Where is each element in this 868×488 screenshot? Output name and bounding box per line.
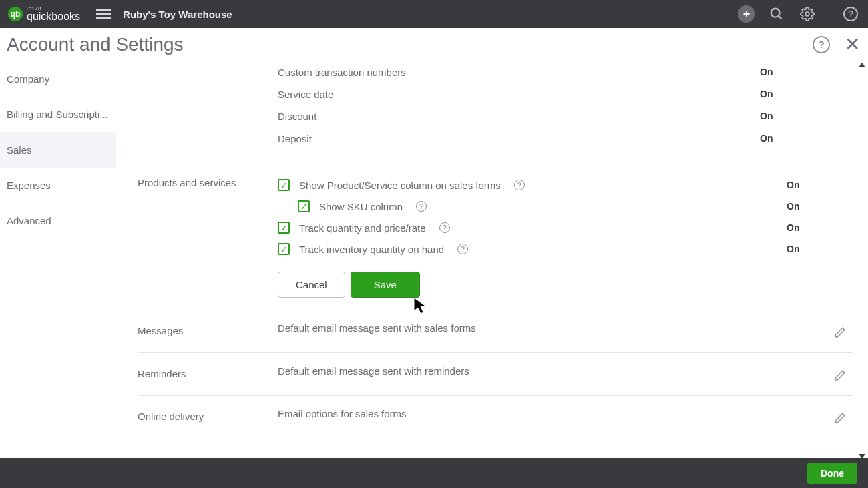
section-summary: Email options for sales forms xyxy=(278,408,827,419)
setting-value: On xyxy=(760,89,773,99)
svg-point-0 xyxy=(771,9,780,17)
setting-label: Custom transaction numbers xyxy=(278,67,406,78)
setting-row: DiscountOn xyxy=(138,105,853,128)
scroll-up-icon[interactable] xyxy=(859,63,865,67)
checkbox-row: ✓Show SKU column?On xyxy=(278,196,853,217)
section-summary: Default email message sent with sales fo… xyxy=(278,322,827,334)
checkbox-row: ✓Show Product/Service column on sales fo… xyxy=(278,174,853,196)
setting-label: Discount xyxy=(278,111,316,122)
setting-value: On xyxy=(787,180,853,190)
setting-value: On xyxy=(760,67,773,77)
svg-point-2 xyxy=(805,12,809,16)
checkbox-label: Show Product/Service column on sales for… xyxy=(299,180,501,191)
setting-row: Service dateOn xyxy=(138,83,853,105)
svg-line-1 xyxy=(779,16,782,19)
save-button[interactable]: Save xyxy=(351,272,420,298)
edit-icon[interactable] xyxy=(834,369,846,383)
sidebar-item-sales[interactable]: Sales xyxy=(0,132,116,168)
checkbox[interactable]: ✓ xyxy=(278,243,290,255)
checkbox[interactable]: ✓ xyxy=(298,200,310,212)
sidebar-item-company[interactable]: Company xyxy=(0,61,116,97)
setting-value: On xyxy=(760,111,773,121)
section-title: Online delivery xyxy=(138,408,278,426)
section-title: Reminders xyxy=(138,365,278,383)
divider xyxy=(829,0,829,28)
search-icon[interactable] xyxy=(767,5,786,23)
sidebar: CompanyBilling and Subscripti...SalesExp… xyxy=(0,61,116,458)
section-online-delivery[interactable]: Online deliveryEmail options for sales f… xyxy=(138,395,853,438)
section-messages[interactable]: MessagesDefault email message sent with … xyxy=(138,310,853,352)
checkbox-row: ✓Track quantity and price/rate?On xyxy=(278,217,853,238)
setting-value: On xyxy=(787,222,853,233)
checkbox[interactable]: ✓ xyxy=(278,179,290,191)
logo-brand: quickbooks xyxy=(27,11,80,22)
logo[interactable]: qb intuit quickbooks xyxy=(8,6,80,22)
help-tooltip-icon[interactable]: ? xyxy=(439,222,450,233)
content: Custom transaction numbersOnService date… xyxy=(116,61,868,458)
checkbox-label: Track inventory quantity on hand xyxy=(299,244,444,255)
topbar: qb intuit quickbooks Ruby's Toy Warehous… xyxy=(0,0,868,28)
help-icon[interactable]: ? xyxy=(841,5,860,23)
setting-row: Custom transaction numbersOn xyxy=(138,61,853,83)
sidebar-item-advanced[interactable]: Advanced xyxy=(0,203,116,238)
setting-label: Service date xyxy=(278,89,333,100)
close-icon[interactable]: ✕ xyxy=(845,33,860,55)
checkbox[interactable]: ✓ xyxy=(278,222,290,234)
page-title: Account and Settings xyxy=(7,34,184,55)
setting-value: On xyxy=(760,133,773,144)
company-name: Ruby's Toy Warehouse xyxy=(123,9,232,20)
section-reminders[interactable]: RemindersDefault email message sent with… xyxy=(138,352,853,395)
menu-icon[interactable] xyxy=(96,7,111,21)
setting-value: On xyxy=(787,244,853,254)
setting-label: Deposit xyxy=(278,133,312,144)
page-help-icon[interactable]: ? xyxy=(813,36,830,53)
sidebar-item-expenses[interactable]: Expenses xyxy=(0,168,116,203)
footer: Done xyxy=(0,458,868,488)
page-header: Account and Settings ? ✕ xyxy=(0,28,868,61)
setting-row: DepositOn xyxy=(138,128,853,150)
edit-icon[interactable] xyxy=(834,326,846,340)
add-icon[interactable]: + xyxy=(738,5,755,23)
sidebar-item-billing-and-subscripti-[interactable]: Billing and Subscripti... xyxy=(0,97,116,132)
section-title: Messages xyxy=(138,322,278,340)
cancel-button[interactable]: Cancel xyxy=(278,272,345,298)
section-products-services: Products and services ✓Show Product/Serv… xyxy=(138,162,853,310)
help-tooltip-icon[interactable]: ? xyxy=(457,244,468,254)
gear-icon[interactable] xyxy=(798,5,817,23)
help-tooltip-icon[interactable]: ? xyxy=(514,180,525,190)
checkbox-label: Track quantity and price/rate xyxy=(299,222,426,234)
section-title: Products and services xyxy=(138,174,278,298)
logo-icon: qb xyxy=(8,7,23,21)
setting-value: On xyxy=(787,201,853,212)
help-tooltip-icon[interactable]: ? xyxy=(416,201,427,212)
checkbox-label: Show SKU column xyxy=(319,201,403,212)
done-button[interactable]: Done xyxy=(807,463,857,484)
edit-icon[interactable] xyxy=(834,412,846,426)
checkbox-row: ✓Track inventory quantity on hand?On xyxy=(278,238,853,260)
section-summary: Default email message sent with reminder… xyxy=(278,365,827,377)
